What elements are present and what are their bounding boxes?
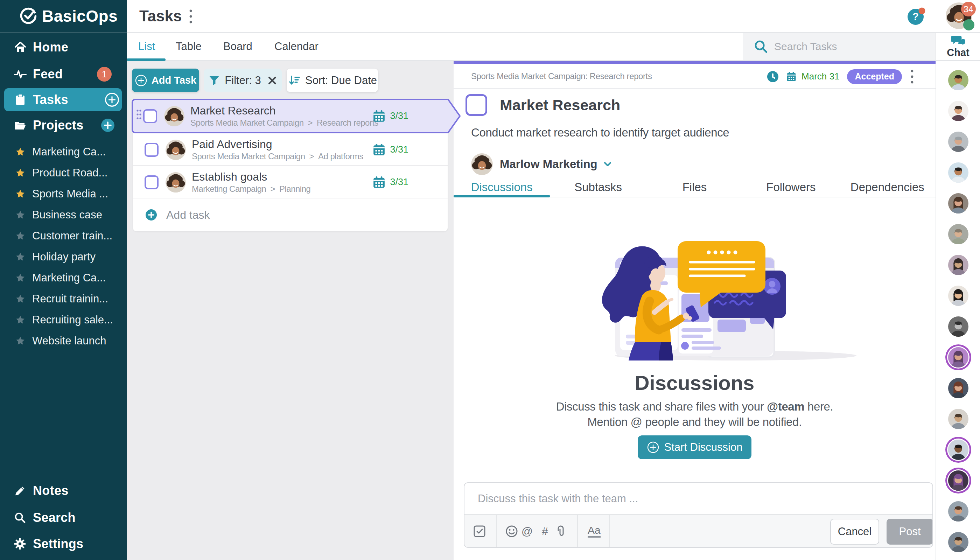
chat-avatar[interactable]: [948, 409, 968, 429]
chat-avatar[interactable]: [948, 193, 968, 213]
task-row[interactable]: Establish goals Marketing Campaign > Pla…: [133, 166, 448, 198]
detail-tab[interactable]: Files: [647, 177, 743, 197]
task-row-selected[interactable]: Market Research Sports Media Market Camp…: [132, 99, 448, 133]
add-task-quick-icon[interactable]: [104, 92, 120, 107]
chat-avatar[interactable]: [948, 132, 968, 152]
sidebar-item-tasks[interactable]: Tasks: [4, 88, 122, 111]
sidebar-item-label: Search: [33, 510, 76, 525]
sidebar-item-projects[interactable]: Projects: [0, 115, 127, 136]
search-input[interactable]: [774, 41, 925, 52]
detail-tab[interactable]: Discussions: [453, 177, 550, 197]
chat-avatar[interactable]: [948, 255, 968, 275]
sidebar-project-item[interactable]: Customer train...: [0, 225, 127, 247]
detail-tab[interactable]: Followers: [743, 177, 839, 197]
chat-avatar[interactable]: [948, 378, 968, 398]
online-status-dot: [963, 19, 974, 30]
gear-icon: [14, 538, 26, 550]
chat-avatar-image: [948, 501, 968, 522]
tab-list[interactable]: List: [138, 33, 155, 60]
sidebar-item-search[interactable]: Search: [0, 507, 127, 529]
selected-task-pointer: [448, 99, 461, 133]
star-icon: [15, 147, 25, 157]
chat-avatar[interactable]: [948, 532, 968, 552]
chat-avatar[interactable]: [948, 224, 968, 244]
sidebar-project-label: Holiday party: [32, 251, 95, 263]
sidebar-project-item[interactable]: Recruit trainin...: [0, 288, 127, 309]
tab-table[interactable]: Table: [176, 33, 202, 60]
sidebar-item-home[interactable]: Home: [0, 37, 127, 58]
chevron-down-icon: [602, 159, 613, 169]
task-detail-checkbox[interactable]: [465, 94, 487, 116]
add-project-icon[interactable]: [101, 118, 115, 132]
sidebar-project-label: Recruit trainin...: [32, 293, 108, 305]
chat-avatar[interactable]: [948, 101, 968, 121]
tab-calendar[interactable]: Calendar: [274, 33, 318, 60]
clock-icon[interactable]: [767, 71, 778, 82]
emoji-icon[interactable]: [505, 525, 518, 538]
detail-tab[interactable]: Subtasks: [550, 177, 646, 197]
sidebar-project-item[interactable]: Holiday party: [0, 247, 127, 267]
user-avatar[interactable]: 34: [946, 2, 972, 29]
task-description[interactable]: Conduct market research to identify targ…: [471, 126, 729, 139]
empty-text-mention: @team: [767, 400, 804, 413]
add-task-row[interactable]: Add task: [133, 198, 448, 232]
sidebar-item-feed[interactable]: Feed 1: [0, 63, 127, 85]
cancel-button[interactable]: Cancel: [830, 519, 879, 545]
detail-tab-label: Files: [682, 181, 707, 194]
mention-icon[interactable]: @: [520, 525, 534, 538]
assignee-name: Marlow Marketing: [500, 158, 597, 171]
sidebar-project-item[interactable]: Product Road...: [0, 162, 127, 183]
calendar-icon[interactable]: [786, 72, 797, 82]
page-menu-icon[interactable]: [188, 7, 193, 25]
logo[interactable]: BasicOps: [0, 0, 127, 33]
assignee-selector[interactable]: Marlow Marketing: [471, 153, 613, 175]
add-task-label: Add Task: [152, 75, 197, 86]
sidebar-item-notes[interactable]: Notes: [0, 480, 127, 502]
chat-avatar[interactable]: [948, 286, 968, 306]
chat-avatar[interactable]: [948, 70, 968, 90]
filter-chip[interactable]: Filter: 3: [204, 68, 282, 92]
detail-due-date[interactable]: March 31: [802, 71, 839, 82]
chat-avatar[interactable]: [948, 162, 968, 183]
sidebar-item-settings[interactable]: Settings: [0, 533, 127, 555]
sidebar-project-item[interactable]: Business case: [0, 204, 127, 225]
sidebar-project-item[interactable]: Marketing Ca...: [0, 142, 127, 162]
tab-board[interactable]: Board: [223, 33, 252, 60]
basicops-logo-icon: [20, 7, 37, 25]
chat-label: Chat: [947, 47, 969, 58]
sidebar-project-item[interactable]: Recruiting sale...: [0, 309, 127, 330]
attachment-icon[interactable]: [554, 525, 567, 538]
chat-avatar[interactable]: [948, 440, 968, 460]
detail-tab[interactable]: Dependencies: [839, 177, 935, 197]
post-button[interactable]: Post: [887, 519, 933, 545]
start-discussion-button[interactable]: Start Discussion: [638, 435, 752, 459]
help-icon[interactable]: ?: [907, 7, 925, 25]
add-task-button[interactable]: Add Task: [132, 68, 199, 92]
chat-avatar-image: [948, 317, 968, 337]
task-checkbox[interactable]: [145, 143, 158, 157]
drag-handle[interactable]: [136, 109, 142, 123]
sort-button[interactable]: Sort: Due Date: [287, 68, 378, 92]
chat-avatar[interactable]: [948, 347, 968, 368]
task-row[interactable]: Paid Advertising Sports Media Market Cam…: [133, 133, 448, 166]
task-list: Market Research Sports Media Market Camp…: [133, 100, 448, 232]
assignee-avatar: [471, 153, 493, 175]
checklist-icon[interactable]: [473, 525, 486, 538]
clear-filter-icon[interactable]: [267, 76, 277, 85]
task-checkbox[interactable]: [145, 175, 158, 189]
chat-toggle[interactable]: Chat: [936, 33, 980, 61]
chat-avatar[interactable]: [948, 501, 968, 522]
sidebar-project-item[interactable]: Sports Media ...: [0, 183, 127, 204]
task-menu-icon[interactable]: [910, 68, 915, 85]
sidebar-item-label: Home: [33, 40, 68, 55]
sidebar-project-item[interactable]: Website launch: [0, 330, 127, 352]
svg-text:@: @: [522, 525, 533, 538]
status-badge[interactable]: Accepted: [847, 69, 902, 84]
task-checkbox[interactable]: [143, 109, 157, 123]
chat-avatar[interactable]: [948, 470, 968, 491]
hashtag-icon[interactable]: #: [538, 525, 552, 538]
sidebar-project-item[interactable]: Marketing Ca...: [0, 267, 127, 288]
chat-avatar[interactable]: [948, 317, 968, 337]
composer-input[interactable]: [465, 483, 932, 514]
text-format-icon[interactable]: Aa: [588, 525, 601, 538]
